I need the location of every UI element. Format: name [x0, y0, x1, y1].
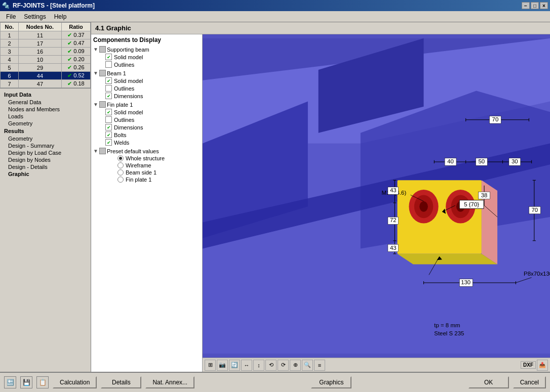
minimize-button[interactable]: −: [522, 2, 530, 9]
table-row[interactable]: 1 11 ✔ 0.37: [1, 31, 91, 39]
comp-group-header-0[interactable]: ▼ Supporting beam: [93, 46, 200, 53]
comp-child-2-1[interactable]: Outlines: [105, 116, 200, 123]
child-checkbox-0-1[interactable]: [105, 61, 112, 68]
radio-item-3-1[interactable]: Wireframe: [105, 162, 200, 169]
nav-geometry-results[interactable]: Geometry: [0, 135, 91, 142]
svg-text:38: 38: [481, 192, 488, 198]
toolbar-btn-3[interactable]: 🔄: [229, 360, 240, 371]
child-checkbox-2-4[interactable]: ✔: [105, 139, 112, 146]
comp-child-1-2[interactable]: ✔ Dimensions: [105, 92, 200, 100]
nav-design-summary[interactable]: Design - Summary: [0, 142, 91, 149]
bottom-icon-2[interactable]: 💾: [20, 376, 32, 388]
radio-circle-3-0[interactable]: [117, 155, 124, 161]
comp-child-0-1[interactable]: Outlines: [105, 61, 200, 68]
radio-item-3-0[interactable]: Whole structure: [105, 155, 200, 162]
nav-general-data[interactable]: General Data: [0, 99, 91, 106]
group-checkbox-3[interactable]: [99, 148, 106, 154]
dxf-button[interactable]: DXF: [521, 361, 536, 369]
nav-nodes-members[interactable]: Nodes and Members: [0, 106, 91, 113]
details-button[interactable]: Details: [101, 376, 141, 388]
nav-loads[interactable]: Loads: [0, 113, 91, 120]
nav-design-nodes[interactable]: Design by Nodes: [0, 156, 91, 163]
svg-text:72: 72: [390, 217, 397, 223]
graphics-button[interactable]: Graphics: [311, 376, 351, 388]
toolbar-btn-10[interactable]: ≡: [314, 360, 325, 371]
table-row[interactable]: 2 17 ✔ 0.47: [1, 39, 91, 48]
child-checkbox-1-2[interactable]: ✔: [105, 93, 112, 99]
close-button[interactable]: ×: [540, 2, 548, 9]
comp-group-header-2[interactable]: ▼ Fin plate 1: [93, 101, 200, 108]
bottom-icon-1[interactable]: 🔙: [4, 376, 16, 388]
menu-settings[interactable]: Settings: [20, 12, 50, 21]
nav-design-load-case[interactable]: Design by Load Case: [0, 149, 91, 156]
comp-group-0: ▼ Supporting beam ✔ Solid model Outlines: [93, 46, 200, 68]
components-panel: Components to Display ▼ Supporting beam …: [91, 34, 203, 372]
child-checkbox-1-1[interactable]: [105, 85, 112, 92]
cell-ratio: ✔ 0.47: [61, 39, 90, 48]
group-checkbox-2[interactable]: [99, 101, 106, 108]
table-row[interactable]: 5 29 ✔ 0.26: [1, 64, 91, 72]
cancel-button[interactable]: Cancel: [513, 376, 546, 388]
radio-circle-3-3[interactable]: [117, 177, 124, 183]
menu-help[interactable]: Help: [50, 12, 71, 21]
maximize-button[interactable]: □: [531, 2, 539, 9]
group-checkbox-0[interactable]: [99, 46, 106, 53]
radio-circle-3-1[interactable]: [117, 162, 124, 168]
comp-child-2-3[interactable]: ✔ Bolts: [105, 131, 200, 139]
comp-child-2-4[interactable]: ✔ Welds: [105, 139, 200, 146]
toolbar-btn-1[interactable]: ⊞: [205, 360, 216, 371]
child-label-1-1: Outlines: [114, 85, 134, 92]
child-checkbox-1-0[interactable]: ✔: [105, 77, 112, 84]
comp-children: ✔ Solid model Outlines ✔ Dimensions: [93, 77, 200, 100]
toolbar-btn-4[interactable]: ↔: [241, 360, 252, 371]
graphic-header: 4.1 Graphic: [91, 22, 550, 34]
graphic-toolbar-left: ⊞ 📷 🔄 ↔ ↕ ⟲ ⟳ ⊕ 🔍 ≡: [205, 360, 325, 371]
nav-geometry-input[interactable]: Geometry: [0, 120, 91, 127]
toolbar-btn-8[interactable]: ⊕: [290, 360, 301, 371]
radio-circle-3-2[interactable]: [117, 169, 124, 176]
table-row[interactable]: 7 47 ✔ 0.18: [1, 80, 91, 88]
child-checkbox-2-3[interactable]: ✔: [105, 132, 112, 138]
table-row[interactable]: 4 10 ✔ 0.20: [1, 56, 91, 64]
nat-annex-button[interactable]: Nat. Annex...: [145, 376, 194, 388]
nav-design-details[interactable]: Design - Details: [0, 163, 91, 170]
toolbar-btn-5[interactable]: ↕: [253, 360, 264, 371]
calculation-button[interactable]: Calculation: [53, 376, 97, 388]
comp-group-header-3[interactable]: ▼ Preset default values: [93, 147, 200, 155]
col-nodes: Nodes No.: [18, 23, 61, 31]
graphic-viewport[interactable]: 70 30 50: [203, 34, 550, 358]
toolbar-btn-6[interactable]: ⟲: [265, 360, 277, 371]
comp-child-1-1[interactable]: Outlines: [105, 84, 200, 92]
comp-child-2-0[interactable]: ✔ Solid model: [105, 108, 200, 116]
ok-button[interactable]: OK: [468, 376, 509, 388]
comp-children: ✔ Solid model Outlines ✔ Dimensions ✔ Bo…: [93, 108, 200, 146]
toolbar-btn-9[interactable]: 🔍: [302, 360, 313, 371]
child-checkbox-2-2[interactable]: ✔: [105, 124, 112, 130]
bottom-icon-3[interactable]: 📋: [36, 376, 49, 388]
comp-child-2-2[interactable]: ✔ Dimensions: [105, 123, 200, 131]
child-checkbox-2-0[interactable]: ✔: [105, 109, 112, 115]
cell-ratio: ✔ 0.26: [61, 64, 90, 72]
menu-file[interactable]: File: [2, 12, 20, 21]
table-row[interactable]: 6 44 ✔ 0.52: [1, 72, 91, 80]
radio-item-3-2[interactable]: Beam side 1: [105, 169, 200, 176]
cell-ratio: ✔ 0.20: [61, 56, 90, 64]
toolbar-btn-7[interactable]: ⟳: [278, 360, 289, 371]
comp-group-2: ▼ Fin plate 1 ✔ Solid model Outlines ✔ D…: [93, 101, 200, 146]
app-icon: 🔩: [2, 2, 10, 9]
export-icon[interactable]: 📤: [537, 360, 548, 371]
comp-child-0-0[interactable]: ✔ Solid model: [105, 53, 200, 61]
col-ratio: Ratio: [61, 23, 90, 31]
content-area: Components to Display ▼ Supporting beam …: [91, 34, 550, 372]
toolbar-btn-2[interactable]: 📷: [217, 360, 228, 371]
comp-group-header-1[interactable]: ▼ Beam 1: [93, 69, 200, 77]
svg-marker-9: [398, 254, 497, 265]
child-checkbox-0-0[interactable]: ✔: [105, 54, 112, 60]
group-checkbox-1[interactable]: [99, 70, 106, 76]
comp-child-1-0[interactable]: ✔ Solid model: [105, 77, 200, 84]
table-row[interactable]: 3 16 ✔ 0.09: [1, 48, 91, 56]
nav-graphic[interactable]: Graphic: [0, 170, 91, 178]
radio-label-3-3: Fin plate 1: [126, 177, 151, 183]
child-checkbox-2-1[interactable]: [105, 116, 112, 123]
radio-item-3-3[interactable]: Fin plate 1: [105, 176, 200, 183]
